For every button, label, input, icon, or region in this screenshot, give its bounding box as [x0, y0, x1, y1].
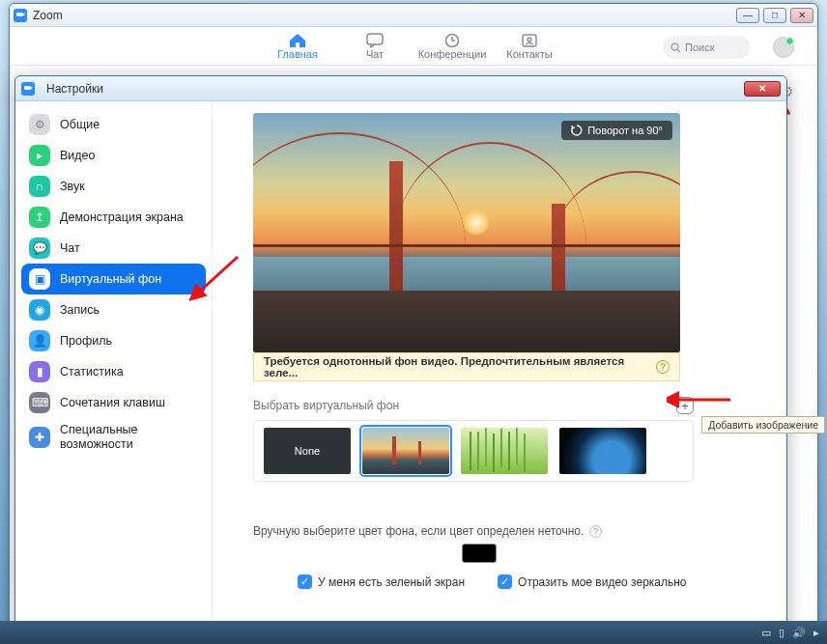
- rotate-label: Поворот на 90°: [587, 125, 663, 136]
- profile-icon: 👤: [29, 330, 50, 351]
- sidebar-item-label: Статистика: [60, 365, 124, 378]
- chat-icon: 💬: [29, 238, 50, 259]
- sidebar-item-label: Виртуальный фон: [60, 272, 161, 286]
- windows-taskbar[interactable]: ▭ ▯ 🔊 ▸: [0, 621, 827, 644]
- settings-content: Поворот на 90° Требуется однотонный фон …: [213, 101, 786, 634]
- sidebar-item-record[interactable]: ◉Запись: [21, 294, 206, 325]
- warning-bar: Требуется однотонный фон видео. Предпочт…: [253, 352, 680, 381]
- chat-icon: [366, 33, 384, 48]
- bg-thumb-earth[interactable]: [559, 428, 646, 474]
- zoom-titlebar[interactable]: Zoom — □ ✕: [10, 4, 817, 27]
- avatar[interactable]: [773, 37, 794, 58]
- check-icon: ✓: [298, 574, 312, 589]
- nav-home-label: Главная: [277, 48, 318, 60]
- sidebar-item-shortcuts[interactable]: ⌨Сочетания клавиш: [21, 387, 206, 418]
- nav-chat-label: Чат: [366, 48, 384, 60]
- help-icon[interactable]: ?: [656, 360, 670, 374]
- svg-rect-0: [367, 34, 383, 44]
- accessibility-icon: ✚: [29, 427, 50, 448]
- close-button[interactable]: ✕: [790, 8, 813, 23]
- stats-icon: ▮: [29, 361, 50, 382]
- keyboard-icon: ⌨: [29, 392, 50, 413]
- green-screen-checkbox[interactable]: ✓У меня есть зеленый экран: [298, 574, 465, 589]
- sidebar-item-profile[interactable]: 👤Профиль: [21, 325, 206, 356]
- choose-bg-label: Выбрать виртуальный фон: [253, 399, 399, 412]
- nav-conf-label: Конференции: [418, 48, 487, 60]
- system-tray[interactable]: ▭ ▯ 🔊 ▸: [761, 627, 819, 639]
- sidebar-item-label: Общие: [60, 118, 100, 131]
- video-preview: Поворот на 90°: [253, 113, 680, 352]
- svg-rect-2: [523, 35, 536, 46]
- settings-titlebar[interactable]: Настройки ✕: [15, 76, 786, 101]
- settings-close-button[interactable]: ✕: [744, 81, 781, 97]
- warning-text: Требуется однотонный фон видео. Предпочт…: [264, 355, 656, 378]
- green-screen-label: У меня есть зеленый экран: [318, 575, 465, 589]
- rotate-icon: [571, 125, 583, 136]
- settings-sidebar: ⚙Общие ▸Видео ∩Звук ↥Демонстрация экрана…: [15, 101, 213, 634]
- tray-icon[interactable]: ▭: [761, 627, 771, 639]
- rotate-button[interactable]: Поворот на 90°: [561, 121, 672, 140]
- mirror-label: Отразить мое видео зеркально: [518, 575, 686, 589]
- sidebar-item-label: Профиль: [60, 334, 112, 348]
- sidebar-item-label: Запись: [60, 303, 100, 317]
- svg-point-4: [671, 43, 678, 50]
- bg-thumb-bridge[interactable]: [362, 428, 449, 474]
- search-input[interactable]: Поиск: [663, 36, 750, 59]
- headphones-icon: ∩: [29, 176, 50, 197]
- sidebar-item-share[interactable]: ↥Демонстрация экрана: [21, 202, 206, 233]
- sidebar-item-accessibility[interactable]: ✚Специальные возможности: [21, 418, 206, 457]
- sidebar-item-label: Специальные возможности: [60, 423, 198, 452]
- search-placeholder: Поиск: [685, 42, 714, 53]
- sidebar-item-stats[interactable]: ▮Статистика: [21, 356, 206, 387]
- sidebar-item-general[interactable]: ⚙Общие: [21, 109, 206, 140]
- sidebar-item-label: Чат: [60, 241, 80, 255]
- tray-chevron-icon[interactable]: ▸: [813, 627, 819, 639]
- bg-color-picker[interactable]: [462, 544, 497, 563]
- manual-color-label: Вручную выберите цвет фона, если цвет оп…: [253, 524, 584, 538]
- clock-icon: [443, 33, 461, 48]
- nav-conferences[interactable]: Конференции: [414, 33, 491, 60]
- nav-contacts-label: Контакты: [506, 48, 553, 60]
- bg-thumb-none[interactable]: None: [264, 428, 351, 474]
- zoom-logo-icon: [14, 9, 27, 22]
- sidebar-item-video[interactable]: ▸Видео: [21, 140, 206, 171]
- bg-thumbnails: None: [253, 420, 694, 482]
- share-icon: ↥: [29, 207, 50, 228]
- video-icon: ▸: [29, 145, 50, 166]
- gear-icon: ⚙: [29, 114, 50, 135]
- sidebar-item-label: Видео: [60, 149, 96, 162]
- nav-contacts[interactable]: Контакты: [491, 33, 568, 60]
- bg-thumb-grass[interactable]: [461, 428, 548, 474]
- volume-icon[interactable]: 🔊: [792, 627, 806, 639]
- tray-icon[interactable]: ▯: [779, 627, 784, 639]
- person-icon: ▣: [29, 268, 50, 290]
- add-image-button[interactable]: +: [676, 397, 694, 414]
- home-icon: [289, 33, 306, 48]
- nav-chat[interactable]: Чат: [336, 33, 414, 60]
- search-icon: [670, 42, 681, 53]
- nav-home[interactable]: Главная: [259, 33, 336, 60]
- contacts-icon: [521, 33, 538, 48]
- maximize-button[interactable]: □: [763, 8, 786, 23]
- sidebar-item-chat[interactable]: 💬Чат: [21, 233, 206, 264]
- sidebar-item-virtual-bg[interactable]: ▣Виртуальный фон: [21, 264, 206, 294]
- sidebar-item-label: Звук: [60, 180, 85, 193]
- minimize-button[interactable]: —: [736, 8, 759, 23]
- thumb-none-label: None: [295, 445, 320, 457]
- sidebar-item-label: Сочетания клавиш: [60, 396, 165, 409]
- sidebar-item-label: Демонстрация экрана: [60, 210, 184, 224]
- add-image-tooltip: Добавить изображение: [701, 416, 825, 434]
- zoom-title: Zoom: [33, 9, 63, 22]
- zoom-navbar: Главная Чат Конференции Контакты Поиск: [10, 27, 817, 66]
- help-icon[interactable]: ?: [589, 525, 602, 538]
- settings-title: Настройки: [46, 82, 103, 96]
- settings-window: Настройки ✕ ⚙Общие ▸Видео ∩Звук ↥Демонст…: [14, 75, 787, 635]
- svg-line-5: [678, 49, 681, 52]
- mirror-checkbox[interactable]: ✓Отразить мое видео зеркально: [498, 574, 686, 589]
- sidebar-item-audio[interactable]: ∩Звук: [21, 171, 206, 202]
- zoom-logo-icon: [21, 82, 35, 96]
- svg-point-3: [528, 38, 531, 42]
- record-icon: ◉: [29, 299, 50, 321]
- check-icon: ✓: [498, 574, 512, 589]
